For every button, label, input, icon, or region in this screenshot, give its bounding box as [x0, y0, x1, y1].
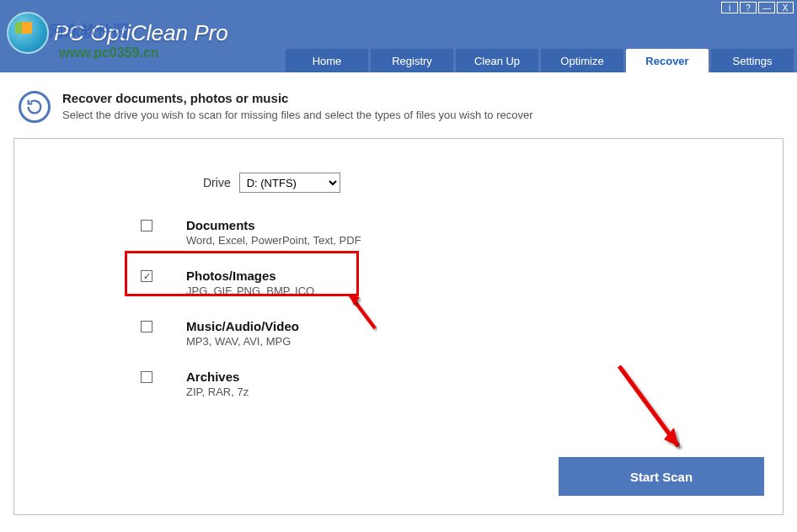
minimize-button[interactable]: — — [758, 2, 775, 13]
category-music: Music/Audio/Video MP3, WAV, AVI, MPG — [141, 319, 757, 348]
header: PC OptiClean Pro 河东软件园 www.pc0359.cn Hom… — [0, 15, 797, 72]
drive-label: Drive — [203, 176, 231, 189]
content: Recover documents, photos or music Selec… — [0, 72, 797, 524]
category-archives: Archives ZIP, RAR, 7z — [141, 370, 757, 398]
tab-optimize[interactable]: Optimize — [541, 49, 623, 72]
drive-select[interactable]: D: (NTFS) — [239, 173, 340, 193]
tab-recover[interactable]: Recover — [626, 49, 709, 72]
category-body: Documents Word, Excel, PowerPoint, Text,… — [186, 218, 361, 247]
tab-cleanup[interactable]: Clean Up — [456, 49, 538, 72]
category-title: Documents — [186, 218, 361, 232]
tab-bar: Home Registry Clean Up Optimize Recover … — [286, 49, 794, 72]
tab-registry[interactable]: Registry — [371, 49, 453, 72]
category-documents: Documents Word, Excel, PowerPoint, Text,… — [141, 218, 757, 247]
tab-home[interactable]: Home — [286, 49, 368, 72]
app-logo-icon — [7, 12, 49, 54]
category-desc: ZIP, RAR, 7z — [186, 386, 249, 398]
category-desc: Word, Excel, PowerPoint, Text, PDF — [186, 234, 361, 247]
watermark-url: www.pc0359.cn — [59, 45, 159, 61]
checkbox-archives[interactable] — [141, 371, 152, 383]
checkbox-music[interactable] — [141, 321, 152, 332]
category-photos: ✓ Photos/Images JPG, GIF, PNG, BMP, ICO — [141, 269, 757, 297]
category-title: Archives — [186, 370, 249, 384]
category-desc: MP3, WAV, AVI, MPG — [186, 335, 299, 348]
intro-text: Recover documents, photos or music Selec… — [62, 91, 533, 121]
category-body: Music/Audio/Video MP3, WAV, AVI, MPG — [186, 319, 299, 348]
intro-heading: Recover documents, photos or music — [62, 91, 533, 105]
checkbox-documents[interactable] — [141, 220, 152, 231]
close-button[interactable]: X — [777, 2, 794, 13]
category-body: Photos/Images JPG, GIF, PNG, BMP, ICO — [186, 269, 314, 297]
category-body: Archives ZIP, RAR, 7z — [186, 370, 249, 398]
help-button[interactable]: ? — [740, 2, 757, 13]
checkbox-photos[interactable]: ✓ — [141, 270, 152, 282]
intro-sub: Select the drive you wish to scan for mi… — [62, 109, 533, 121]
start-scan-button[interactable]: Start Scan — [559, 457, 764, 496]
info-button[interactable]: i — [721, 2, 738, 13]
category-title: Photos/Images — [186, 269, 314, 283]
category-desc: JPG, GIF, PNG, BMP, ICO — [186, 285, 314, 297]
recover-icon — [19, 91, 51, 123]
intro: Recover documents, photos or music Selec… — [13, 86, 784, 138]
category-title: Music/Audio/Video — [186, 319, 299, 333]
watermark-cn: 河东软件园 — [49, 20, 129, 42]
tab-settings[interactable]: Settings — [711, 49, 794, 72]
drive-row: Drive D: (NTFS) — [203, 173, 757, 193]
options-panel: Drive D: (NTFS) Documents Word, Excel, P… — [13, 138, 784, 515]
